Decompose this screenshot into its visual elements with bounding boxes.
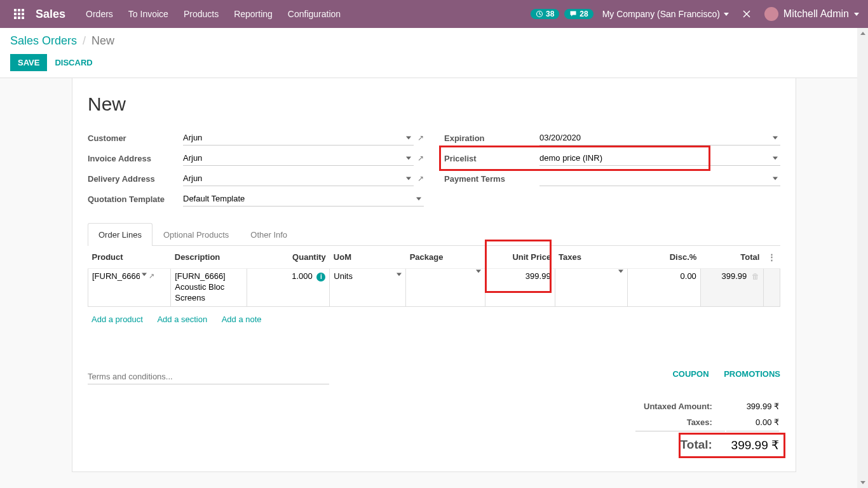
- th-product: Product: [88, 246, 171, 269]
- external-link-icon[interactable]: ↗: [417, 174, 424, 183]
- trash-icon[interactable]: 🗑: [752, 272, 759, 281]
- taxes-row: Taxes: 0.00 ₹: [635, 415, 779, 430]
- payment-terms-field[interactable]: [539, 171, 780, 186]
- cell-quantity[interactable]: 1.000 i: [247, 269, 330, 307]
- add-product-link[interactable]: Add a product: [92, 315, 143, 324]
- untaxed-label: Untaxed Amount:: [635, 399, 725, 414]
- tab-order-lines[interactable]: Order Lines: [88, 223, 153, 246]
- quotation-template-input[interactable]: [183, 191, 424, 207]
- expiration-input[interactable]: [539, 130, 780, 146]
- scrollbar[interactable]: [857, 28, 868, 488]
- pricelist-field[interactable]: [539, 151, 780, 166]
- promo-links: COUPON PROMOTIONS: [634, 369, 780, 379]
- navbar-left: Sales Orders To Invoice Products Reporti…: [5, 0, 348, 28]
- apps-icon[interactable]: [5, 9, 33, 19]
- svg-rect-6: [14, 17, 17, 19]
- nav-products[interactable]: Products: [176, 0, 226, 28]
- external-link-icon[interactable]: ↗: [417, 154, 424, 163]
- add-section-link[interactable]: Add a section: [157, 315, 207, 324]
- delivery-address-input[interactable]: [183, 171, 414, 186]
- order-lines-table: Product Description Quantity UoM Package…: [88, 246, 780, 307]
- cell-unit-price[interactable]: 399.99: [485, 269, 555, 307]
- breadcrumb: Sales Orders / New: [10, 34, 858, 48]
- cell-description[interactable]: [FURN_6666] Acoustic Bloc Screens: [171, 269, 247, 307]
- cell-uom[interactable]: Units: [330, 269, 406, 307]
- payment-terms-input[interactable]: [539, 171, 780, 186]
- untaxed-value: 399.99 ₹: [726, 399, 779, 414]
- coupon-link[interactable]: COUPON: [672, 369, 709, 379]
- untaxed-row: Untaxed Amount: 399.99 ₹: [635, 399, 779, 414]
- breadcrumb-sep: /: [83, 34, 86, 47]
- total-value: 399.99 ₹: [726, 431, 779, 455]
- save-button[interactable]: SAVE: [10, 54, 47, 71]
- nav-to-invoice[interactable]: To Invoice: [121, 0, 176, 28]
- caret-down-icon: [854, 13, 859, 16]
- cell-disc[interactable]: 0.00: [628, 269, 701, 307]
- control-panel: Sales Orders / New SAVE DISCARD: [0, 28, 868, 78]
- product-input[interactable]: [92, 271, 140, 281]
- bottom-area: COUPON PROMOTIONS Untaxed Amount: 399.99…: [88, 369, 780, 456]
- order-lines-wrapper: Product Description Quantity UoM Package…: [88, 246, 780, 331]
- total-label: Total:: [635, 431, 725, 455]
- totals-table: Untaxed Amount: 399.99 ₹ Taxes: 0.00 ₹ T…: [634, 398, 780, 456]
- nav-reporting[interactable]: Reporting: [226, 0, 280, 28]
- svg-rect-5: [22, 13, 24, 15]
- terms-input[interactable]: [88, 369, 329, 384]
- expiration-field[interactable]: [539, 130, 780, 146]
- pricelist-input[interactable]: [539, 151, 780, 166]
- add-note-link[interactable]: Add a note: [222, 315, 262, 324]
- scroll-down-icon[interactable]: [857, 477, 868, 488]
- th-package: Package: [406, 246, 485, 269]
- user-menu[interactable]: Mitchell Admin: [761, 7, 863, 21]
- kebab-icon[interactable]: ⋮: [768, 252, 776, 262]
- activity-pill[interactable]: 38: [531, 9, 559, 19]
- nav-configuration[interactable]: Configuration: [280, 0, 348, 28]
- delivery-address-field[interactable]: [183, 171, 414, 186]
- payment-terms-row: Payment Terms: [444, 171, 780, 186]
- external-link-icon[interactable]: ↗: [149, 272, 154, 280]
- app-brand[interactable]: Sales: [33, 8, 78, 21]
- customer-input[interactable]: [183, 130, 414, 146]
- cell-taxes[interactable]: [555, 269, 628, 307]
- chat-pill[interactable]: 28: [564, 9, 593, 19]
- invoice-address-input[interactable]: [183, 151, 414, 166]
- cell-product[interactable]: ↗: [88, 269, 171, 307]
- scroll-up-icon[interactable]: [857, 28, 868, 39]
- th-kebab[interactable]: ⋮: [763, 246, 780, 269]
- cp-buttons: SAVE DISCARD: [10, 54, 858, 71]
- cell-handle: [763, 269, 780, 307]
- nav-orders[interactable]: Orders: [78, 0, 121, 28]
- delivery-address-row: Delivery Address ↗: [88, 171, 424, 186]
- quotation-template-label: Quotation Template: [88, 194, 183, 204]
- invoice-address-field[interactable]: [183, 151, 414, 166]
- info-icon[interactable]: i: [316, 273, 325, 281]
- th-disc: Disc.%: [628, 246, 701, 269]
- table-row: ↗ [FURN_6666] Acoustic Bloc Screens 1.00…: [88, 269, 780, 307]
- external-link-icon[interactable]: ↗: [417, 133, 424, 142]
- quotation-template-row: Quotation Template: [88, 191, 424, 207]
- promotions-link[interactable]: PROMOTIONS: [724, 369, 780, 379]
- activity-count: 38: [546, 10, 554, 18]
- tab-optional-products[interactable]: Optional Products: [153, 223, 240, 246]
- cell-package[interactable]: [406, 269, 485, 307]
- company-name: My Company (San Francisco): [602, 9, 720, 19]
- form-container: New Customer ↗ Expiration: [0, 78, 868, 472]
- totals-block: COUPON PROMOTIONS Untaxed Amount: 399.99…: [634, 369, 780, 456]
- avatar: [764, 7, 778, 21]
- pricelist-label: Pricelist: [444, 154, 539, 163]
- debug-icon[interactable]: [738, 9, 756, 19]
- breadcrumb-root[interactable]: Sales Orders: [10, 34, 77, 47]
- total-row: Total: 399.99 ₹: [635, 431, 779, 455]
- company-switcher[interactable]: My Company (San Francisco): [599, 9, 733, 19]
- expiration-row: Expiration: [444, 130, 780, 146]
- cell-total: 399.99 🗑: [700, 269, 763, 307]
- discard-button[interactable]: DISCARD: [55, 58, 92, 67]
- customer-field[interactable]: [183, 130, 414, 146]
- customer-row: Customer ↗: [88, 130, 424, 146]
- svg-rect-1: [18, 9, 20, 11]
- taxes-value: 0.00 ₹: [726, 415, 779, 430]
- quotation-template-field[interactable]: [183, 191, 424, 207]
- top-navbar: Sales Orders To Invoice Products Reporti…: [0, 0, 868, 28]
- tab-other-info[interactable]: Other Info: [240, 223, 298, 246]
- expiration-label: Expiration: [444, 133, 539, 143]
